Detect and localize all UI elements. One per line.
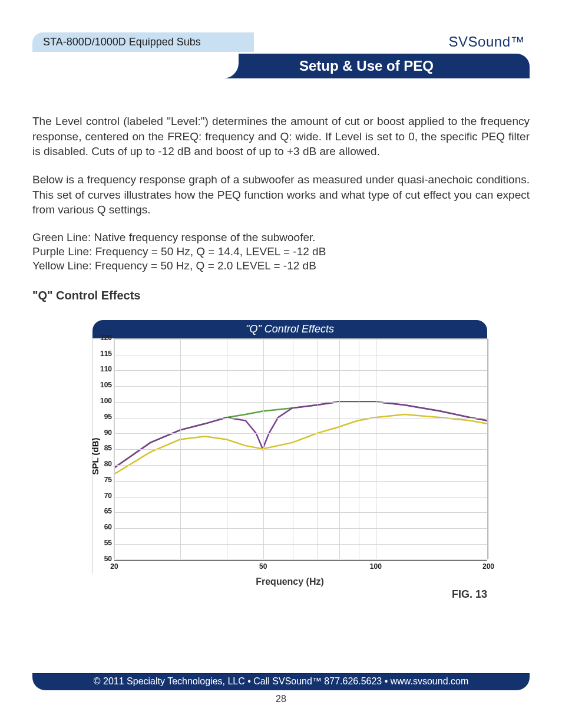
y-axis-label: SPL (dB)	[90, 437, 100, 475]
y-tick-label: 80	[104, 460, 114, 468]
header-left-pill: STA-800D/1000D Equipped Subs	[32, 32, 254, 52]
chart-body: SPL (dB) 5055606570758085909510010511011…	[92, 338, 487, 574]
x-axis-label: Frequency (Hz)	[92, 577, 487, 587]
y-tick-label: 50	[104, 555, 114, 563]
y-tick-label: 95	[104, 413, 114, 421]
chart-series	[114, 401, 487, 467]
y-tick-label: 55	[104, 539, 114, 547]
y-tick-label: 110	[100, 365, 114, 373]
x-tick-label: 200	[482, 562, 494, 571]
y-tick-label: 75	[104, 476, 114, 484]
y-tick-label: 100	[100, 397, 114, 405]
y-tick-label: 105	[100, 381, 114, 389]
y-tick-label: 120	[100, 334, 114, 342]
y-tick-label: 70	[104, 492, 114, 500]
section-title-bar: Setup & Use of PEQ	[32, 54, 530, 78]
x-tick-label: 50	[259, 562, 267, 571]
legend-line-purple: Purple Line: Frequency = 50 Hz, Q = 14.4…	[32, 245, 530, 259]
chart-heading: "Q" Control Effects	[32, 289, 530, 302]
y-tick-label: 115	[100, 350, 114, 358]
plot-area: 5055606570758085909510010511011512020501…	[114, 338, 488, 559]
brand-label: SVSound™	[449, 34, 525, 50]
figure-label: FIG. 13	[75, 588, 487, 601]
footer-bar: © 2011 Specialty Technologies, LLC • Cal…	[32, 673, 530, 690]
y-tick-label: 85	[104, 444, 114, 452]
x-tick-label: 20	[110, 562, 118, 571]
legend-line-yellow: Yellow Line: Frequency = 50 Hz, Q = 2.0 …	[32, 259, 530, 273]
y-tick-label: 60	[104, 523, 114, 531]
header-row: STA-800D/1000D Equipped Subs SVSound™	[32, 32, 530, 54]
footer: © 2011 Specialty Technologies, LLC • Cal…	[32, 673, 530, 704]
y-tick-label: 65	[104, 507, 114, 515]
chart-title: "Q" Control Effects	[92, 320, 487, 338]
body-text: The Level control (labeled "Level:") det…	[32, 114, 530, 302]
paragraph-2: Below is a frequency response graph of a…	[32, 172, 530, 218]
paragraph-1: The Level control (labeled "Level:") det…	[32, 114, 530, 159]
x-tick-label: 100	[370, 562, 382, 571]
legend-line-green: Green Line: Native frequency response of…	[32, 230, 530, 245]
section-title: Setup & Use of PEQ	[239, 58, 530, 74]
page-number: 28	[32, 694, 530, 704]
y-tick-label: 90	[104, 429, 114, 437]
chart-container: "Q" Control Effects SPL (dB) 50556065707…	[75, 320, 487, 601]
